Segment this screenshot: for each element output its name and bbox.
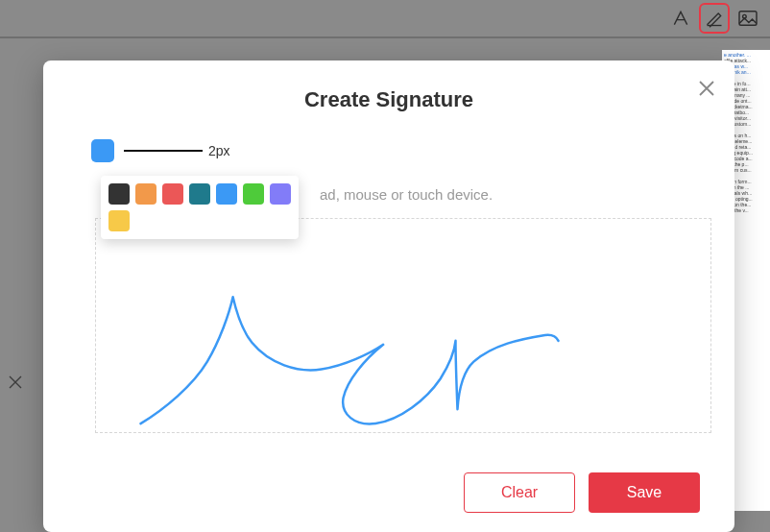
color-swatch-orange[interactable] (135, 183, 156, 205)
top-toolbar (0, 0, 770, 38)
close-icon[interactable] (696, 78, 717, 99)
color-swatch-purple[interactable] (270, 183, 291, 205)
draw-tool-icon[interactable] (699, 3, 730, 34)
stroke-settings: 2px (91, 139, 704, 162)
color-swatch-black[interactable] (108, 183, 130, 205)
signature-canvas[interactable] (95, 218, 711, 433)
color-swatch-yellow[interactable] (108, 210, 130, 231)
signature-stroke (140, 297, 558, 423)
stroke-preview[interactable]: 2px (124, 143, 230, 158)
color-swatch-blue[interactable] (216, 183, 237, 205)
color-palette-popover (101, 176, 299, 239)
image-tool-icon[interactable] (735, 6, 760, 31)
color-swatch-teal[interactable] (189, 183, 210, 205)
stroke-line-icon (124, 150, 203, 152)
create-signature-modal: Create Signature 2px ad, mouse or touch … (43, 60, 734, 532)
color-swatch-green[interactable] (243, 183, 264, 205)
modal-title: Create Signature (74, 87, 704, 112)
save-button-label: Save (627, 484, 662, 501)
current-color-swatch[interactable] (91, 139, 114, 162)
stroke-size-label: 2px (208, 143, 230, 158)
text-tool-icon[interactable] (668, 6, 693, 31)
save-button[interactable]: Save (589, 472, 700, 513)
signature-hint-text: ad, mouse or touch device. (320, 186, 493, 203)
svg-rect-0 (739, 12, 757, 25)
clear-button-label: Clear (501, 484, 538, 501)
clear-button[interactable]: Clear (464, 472, 575, 513)
app-backdrop: e another. ... ofile attack... ster, as … (0, 0, 770, 532)
background-close-icon[interactable] (8, 375, 23, 395)
color-swatch-red[interactable] (162, 183, 183, 205)
modal-action-row: Clear Save (464, 472, 700, 513)
